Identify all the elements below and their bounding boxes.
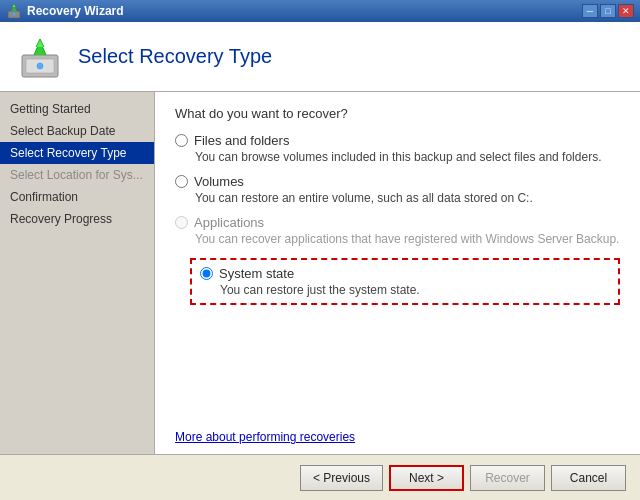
option-volumes-desc: You can restore an entire volume, such a… [195,191,620,205]
radio-applications [175,216,188,229]
nav-item-getting-started[interactable]: Getting Started [0,98,154,120]
minimize-button[interactable]: ─ [582,4,598,18]
option-system-state: System state You can restore just the sy… [175,256,620,305]
option-applications-desc: You can recover applications that have r… [195,232,620,246]
cancel-button[interactable]: Cancel [551,465,626,491]
option-applications: Applications You can recover application… [175,215,620,246]
previous-button[interactable]: < Previous [300,465,383,491]
title-bar-text: Recovery Wizard [27,4,124,18]
radio-volumes[interactable] [175,175,188,188]
option-files-desc: You can browse volumes included in this … [195,150,620,164]
nav-item-select-recovery-type[interactable]: Select Recovery Type [0,142,154,164]
recover-button[interactable]: Recover [470,465,545,491]
option-files-folders: Files and folders You can browse volumes… [175,133,620,164]
title-bar-controls: ─ □ ✕ [582,4,634,18]
wizard-footer: < Previous Next > Recover Cancel [0,454,640,500]
selected-option-box: System state You can restore just the sy… [190,258,620,305]
page-title: Select Recovery Type [78,45,272,68]
app-icon [6,3,22,19]
radio-system-state[interactable] [200,267,213,280]
nav-item-confirmation[interactable]: Confirmation [0,186,154,208]
option-applications-label: Applications [194,215,264,230]
svg-point-4 [37,63,43,69]
option-system-state-label: System state [219,266,294,281]
svg-point-1 [13,13,16,16]
wizard-content: What do you want to recover? Files and f… [155,92,640,454]
option-volumes: Volumes You can restore an entire volume… [175,174,620,205]
wizard-icon [16,33,64,81]
maximize-button[interactable]: □ [600,4,616,18]
wizard-header: Select Recovery Type [0,22,640,92]
nav-item-select-backup-date[interactable]: Select Backup Date [0,120,154,142]
wizard-nav: Getting Started Select Backup Date Selec… [0,92,155,454]
close-button[interactable]: ✕ [618,4,634,18]
option-system-state-desc: You can restore just the system state. [220,283,610,297]
more-link[interactable]: More about performing recoveries [175,430,620,444]
option-files-label: Files and folders [194,133,289,148]
title-bar: Recovery Wizard ─ □ ✕ [0,0,640,22]
nav-item-recovery-progress[interactable]: Recovery Progress [0,208,154,230]
next-button[interactable]: Next > [389,465,464,491]
nav-item-select-location: Select Location for Sys... [0,164,154,186]
section-question: What do you want to recover? [175,106,620,121]
recovery-options: Files and folders You can browse volumes… [175,133,620,305]
option-volumes-label: Volumes [194,174,244,189]
radio-files-folders[interactable] [175,134,188,147]
